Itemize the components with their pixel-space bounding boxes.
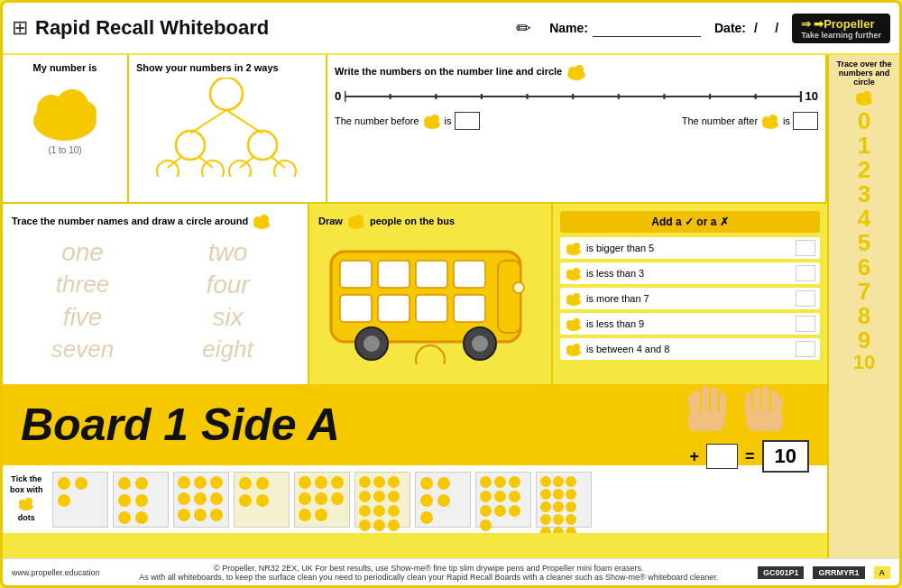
name-input-line[interactable] — [593, 19, 701, 37]
trace-num-10: 10 — [853, 353, 875, 372]
svg-point-61 — [566, 244, 574, 252]
trace-num-1: 1 — [858, 133, 870, 157]
dot — [388, 519, 400, 531]
cloud-check4 — [565, 317, 583, 331]
dot-grid-5[interactable] — [294, 472, 350, 528]
code-2: GRRMYR1 — [813, 566, 864, 579]
dot — [58, 477, 70, 490]
trace-label: Trace the number names and draw a circle… — [12, 213, 299, 229]
check-input-5[interactable] — [796, 341, 815, 357]
trace-num-7: 7 — [858, 280, 870, 303]
number-line-start: 0 — [335, 89, 341, 103]
svg-point-13 — [157, 161, 179, 177]
dot — [118, 477, 131, 490]
dot — [210, 476, 223, 489]
dot-grid-6[interactable] — [354, 472, 410, 528]
trace-num-2: 2 — [858, 158, 870, 181]
plus-sign: + — [689, 447, 699, 466]
check-row-3: is more than 7 — [560, 288, 820, 309]
dot-grid-9[interactable] — [536, 472, 592, 528]
cloud-bus — [346, 213, 366, 229]
check-text-1: is bigger than 5 — [586, 243, 792, 253]
name-field: Name: — [549, 19, 701, 37]
bus-section: Draw people on the bus — [309, 204, 553, 384]
svg-rect-48 — [416, 261, 447, 288]
dot — [566, 514, 576, 525]
dot — [256, 494, 269, 507]
dot — [373, 476, 385, 488]
svg-rect-53 — [454, 295, 485, 322]
cloud-check3 — [565, 291, 583, 306]
dot — [373, 505, 385, 517]
banner-row: Board 1 Side A — [3, 384, 827, 465]
dot — [194, 492, 207, 505]
svg-point-19 — [575, 65, 584, 74]
svg-point-59 — [416, 345, 445, 364]
trace-num-9: 9 — [858, 328, 870, 352]
name-date-section: Name: Date: / / — [549, 19, 778, 37]
svg-rect-86 — [747, 411, 783, 431]
cloud-check5 — [565, 342, 583, 356]
svg-point-91 — [19, 500, 26, 507]
check-input-1[interactable] — [796, 240, 815, 256]
svg-point-14 — [202, 161, 224, 177]
dot-grid-8[interactable] — [475, 472, 531, 528]
svg-point-40 — [260, 215, 269, 224]
trace-section: Trace the number names and draw a circle… — [3, 204, 309, 384]
svg-point-70 — [566, 320, 574, 327]
dot — [494, 491, 506, 502]
dot — [480, 476, 492, 488]
dot-grid-4[interactable] — [234, 472, 290, 528]
dot — [373, 519, 385, 531]
propeller-tagline: Take learning further — [801, 31, 881, 40]
dot-grid-3[interactable] — [173, 472, 229, 528]
my-number-cloud — [29, 80, 101, 143]
hand-left-svg — [679, 377, 729, 436]
trace-num-3: 3 — [858, 182, 870, 206]
tick-box-label: Tick the box with dots — [10, 474, 43, 524]
svg-point-57 — [472, 335, 488, 352]
svg-point-65 — [573, 268, 580, 275]
main-container: ⊞ Rapid Recall Whiteboard ✏ Name: Date: … — [0, 0, 902, 588]
range-label: (1 to 10) — [48, 145, 81, 155]
grid-icon: ⊞ — [12, 16, 28, 40]
svg-rect-50 — [340, 295, 372, 322]
check-text-2: is less than 3 — [586, 268, 792, 279]
trace-num-5: 5 — [858, 231, 870, 254]
after-answer-box[interactable] — [793, 112, 818, 130]
dot — [256, 477, 269, 490]
dot — [299, 476, 311, 489]
dot-grid-7[interactable] — [415, 472, 471, 528]
dot-grid-2[interactable] — [113, 472, 169, 528]
check-input-3[interactable] — [796, 290, 815, 307]
dot — [58, 494, 70, 507]
word-three: three — [12, 271, 153, 299]
addition-row: + = 10 — [662, 440, 809, 473]
number-line-label: Write the numbers on the number line and… — [335, 62, 818, 80]
check-text-3: is more than 7 — [586, 293, 792, 304]
check-input-2[interactable] — [796, 265, 815, 281]
svg-point-92 — [25, 498, 32, 505]
hand-right-svg — [742, 377, 792, 436]
dot — [118, 494, 131, 507]
dot — [210, 492, 223, 505]
word-one: one — [12, 238, 153, 267]
dot-grid-1[interactable] — [52, 472, 108, 528]
dot — [299, 509, 311, 521]
before-answer-box[interactable] — [455, 112, 480, 130]
svg-point-58 — [513, 282, 524, 293]
dot — [135, 477, 148, 490]
dot — [540, 514, 551, 525]
dot — [135, 511, 148, 524]
svg-rect-45 — [498, 261, 520, 333]
svg-rect-80 — [688, 411, 724, 431]
dot — [553, 489, 564, 500]
dot — [194, 476, 207, 489]
code-1: GC001P1 — [758, 566, 805, 579]
check-input-4[interactable] — [796, 316, 815, 332]
dot — [178, 509, 190, 521]
addition-input[interactable] — [706, 444, 738, 469]
dot — [420, 511, 433, 524]
row1: My number is (1 to 10) Show your numbers… — [3, 55, 827, 204]
cloud-after — [760, 113, 780, 129]
